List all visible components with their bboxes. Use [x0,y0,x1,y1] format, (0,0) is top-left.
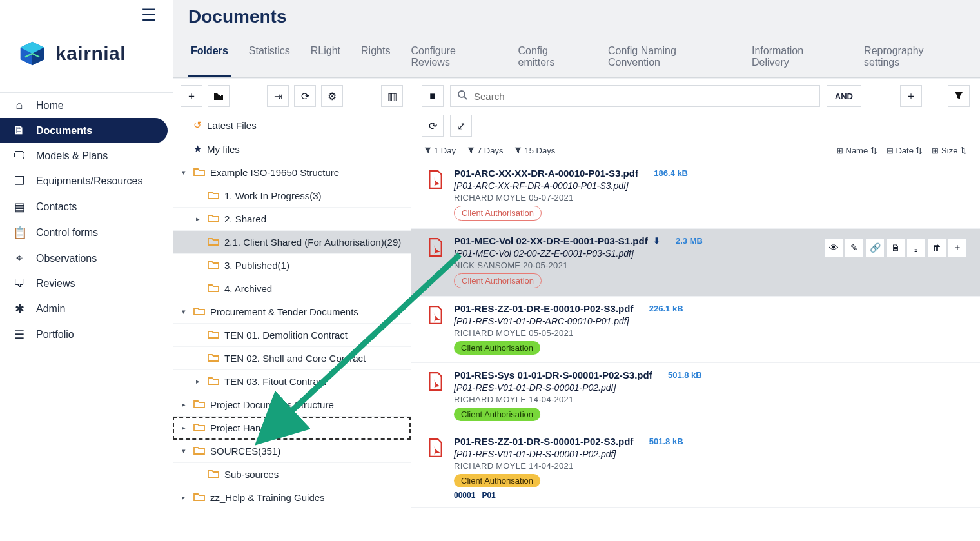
tree-item[interactable]: 2.1. Client Shared (For Authorisation)(2… [173,231,411,254]
nav-item-contacts[interactable]: ▤Contacts [0,194,173,220]
brand-logo-icon [18,39,46,68]
folder-icon [193,422,205,433]
nav-item-home[interactable]: ⌂Home [0,93,173,118]
tree-item[interactable]: 3. Published(1) [173,254,411,277]
tab-config-naming-convention[interactable]: Config Naming Convention [605,37,734,77]
file-info: P01-ARC-XX-XX-DR-A-00010-P01-S3.pdf 186.… [454,168,967,221]
pin-icon: ⌖ [13,251,26,265]
day-filter[interactable]: 1 Day [424,146,456,155]
day-filter[interactable]: 15 Days [514,146,555,155]
edit-button[interactable]: ✎ [845,238,864,257]
tree-item[interactable]: TEN 01. Demolition Contract [173,324,411,347]
file-panel: ■ AND ＋ ⟳ ⤢ [411,79,980,541]
tab-rights[interactable]: Rights [358,37,393,77]
sort-option[interactable]: ⊞ Date ⇅ [887,146,923,155]
nav-item-portfolio[interactable]: ☰Portfolio [0,322,173,348]
folder-icon [208,213,219,224]
tree-item[interactable]: Sub-sources [173,463,411,486]
tree-item[interactable]: ▸2. Shared [173,208,411,231]
nav-label: Documents [36,125,92,137]
file-codes: 00001P01 [454,491,967,500]
search-input[interactable] [474,91,813,102]
stop-button[interactable]: ■ [422,85,444,107]
folder-panel: ＋ ⇥ ⟳ ⚙ ▥ ↺Latest Files★My files▾Example… [173,79,411,541]
folder-icon [208,353,219,364]
tree-label: Project Documents Structure [210,399,334,410]
file-row[interactable]: P01-RES-ZZ-01-DR-E-00010-P02-S3.pdf 226.… [411,297,980,363]
file-author: NICK SANSOME 20-05-2021 [454,261,967,270]
nav-label: Admin [36,303,65,315]
refresh-files-button[interactable]: ⟳ [422,115,444,137]
file-size: 226.1 kB [649,304,683,313]
tab-statistics[interactable]: Statistics [246,37,293,77]
tree-label: Procurement & Tender Documents [210,306,358,317]
layout-button[interactable]: ▥ [381,85,403,107]
folder-icon [208,376,219,387]
tree-item[interactable]: ★My files [173,137,411,161]
tree-item[interactable]: ▾SOURCES(351) [173,440,411,463]
sort-option[interactable]: ⊞ Name ⇅ [836,146,877,155]
pdf-icon [427,306,445,355]
nav-item-documents[interactable]: 🗎Documents [0,118,168,143]
tab-folders[interactable]: Folders [188,37,231,77]
download-button[interactable]: ⭳ [906,238,926,257]
file-ref: [P01-RES-V01-01-DR-ARC-00010-P01.pdf] [454,316,967,326]
menu-toggle-icon[interactable]: ☰ [141,0,173,25]
tree-item[interactable]: ▾Procurement & Tender Documents [173,300,411,324]
day-filter[interactable]: 7 Days [467,146,503,155]
file-name: P01-MEC-Vol 02-XX-DR-E-0001-P03-S1.pdf [454,235,648,246]
nav-item-reviews[interactable]: 🗨Reviews [0,271,173,296]
tree-item[interactable]: ▾Example ISO-19650 Structure [173,161,411,184]
link-button[interactable]: 🔗 [865,238,885,257]
add-file-button[interactable]: ＋ [900,85,922,107]
tree-item[interactable]: ↺Latest Files [173,113,411,137]
tab-information-delivery[interactable]: Information Delivery [749,37,846,77]
history-icon: ↺ [193,119,202,131]
and-button[interactable]: AND [827,85,861,107]
add-button[interactable]: ＋ [948,238,967,257]
tree-label: My files [207,144,240,155]
tree-item[interactable]: 1. Work In Progress(3) [173,184,411,208]
new-folder-button[interactable] [208,85,230,107]
nav-item-admin[interactable]: ✱Admin [0,296,173,322]
expand-button[interactable]: ⤢ [450,115,472,137]
tab-rlight[interactable]: RLight [308,37,343,77]
caret-icon: ▸ [182,424,188,432]
nav-item-observations[interactable]: ⌖Observations [0,246,173,271]
import-button[interactable]: ⇥ [267,85,289,107]
file-size: 2.3 MB [676,236,703,246]
file-row[interactable]: P01-ARC-XX-XX-DR-A-00010-P01-S3.pdf 186.… [411,161,980,229]
row-actions: 👁✎🔗🗎⭳🗑＋ [824,238,967,257]
file-button[interactable]: 🗎 [886,238,905,257]
delete-button[interactable]: 🗑 [927,238,946,257]
nav-item-equipments-resources[interactable]: ❒Equipments/Resources [0,168,173,194]
filter-button[interactable] [948,85,970,107]
tab-configure-reviews[interactable]: Configure Reviews [408,37,500,77]
file-row[interactable]: P01-RES-Sys 01-01-DR-S-00001-P02-S3.pdf … [411,363,980,429]
settings-button[interactable]: ⚙ [321,85,343,107]
file-row[interactable]: P01-RES-ZZ-01-DR-S-00001-P02-S3.pdf 501.… [411,429,980,508]
tree-label: Project Handover File [210,422,303,433]
nav-item-models-plans[interactable]: 🖵Models & Plans [0,143,173,168]
tree-item[interactable]: ▸Project Handover File [173,417,411,440]
view-button[interactable]: 👁 [824,238,843,257]
file-author: RICHARD MOYLE 05-07-2021 [454,193,967,202]
file-name: P01-RES-Sys 01-01-DR-S-00001-P02-S3.pdf [454,369,652,380]
tree-item[interactable]: ▸Project Documents Structure [173,393,411,417]
add-button[interactable]: ＋ [181,85,202,107]
download-icon[interactable]: ⬇ [653,236,660,246]
caret-icon: ▸ [196,377,202,386]
tree-item[interactable]: TEN 02. Shell and Core Contract [173,347,411,370]
tab-reprography-settings[interactable]: Reprography settings [861,37,965,77]
search-box[interactable] [450,85,820,107]
tree-item[interactable]: ▸TEN 03. Fitout Contract [173,370,411,393]
file-info: P01-RES-Sys 01-01-DR-S-00001-P02-S3.pdf … [454,369,967,421]
tab-config-emitters[interactable]: Config emitters [516,37,590,77]
caret-icon: ▾ [182,308,188,316]
nav-item-control-forms[interactable]: 📋Control forms [0,220,173,246]
tree-item[interactable]: 4. Archived [173,277,411,300]
sort-option[interactable]: ⊞ Size ⇅ [932,146,967,155]
refresh-tree-button[interactable]: ⟳ [294,85,316,107]
file-row[interactable]: P01-MEC-Vol 02-XX-DR-E-0001-P03-S1.pdf ⬇… [411,229,980,297]
tree-item[interactable]: ▸zz_Help & Training Guides [173,486,411,509]
